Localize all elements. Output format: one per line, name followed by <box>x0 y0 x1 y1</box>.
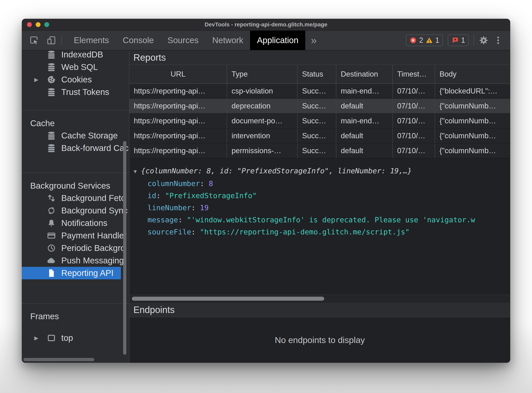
inspect-icon <box>29 36 39 45</box>
toolbar-right: 2 1 1 <box>406 31 510 50</box>
tab-sources[interactable]: Sources <box>161 31 205 50</box>
minimize-window-button[interactable] <box>36 22 40 27</box>
tab-network[interactable]: Network <box>205 31 250 50</box>
window-controls <box>27 19 49 30</box>
sidebar-item-push-messaging[interactable]: Push Messaging <box>22 254 129 267</box>
json-property: sourceFile: "https://reporting-api-demo.… <box>133 226 510 238</box>
tab-elements[interactable]: Elements <box>67 31 116 50</box>
sidebar-divider <box>22 172 129 173</box>
more-tabs-button[interactable]: » <box>305 31 322 50</box>
column-header-body[interactable]: Body <box>435 65 510 84</box>
json-property: columnNumber: 8 <box>133 177 510 190</box>
titlebar: DevTools - reporting-api-demo.glitch.me/… <box>22 19 510 31</box>
payment-card-icon <box>47 231 56 240</box>
column-header-url[interactable]: URL <box>129 65 227 84</box>
sidebar-item-notifications[interactable]: Notifications <box>22 217 129 229</box>
database-icon <box>47 63 56 72</box>
report-body-detail: ▼{columnNumber: 8, id: "PrefixedStorageI… <box>129 158 510 295</box>
error-count: 2 <box>419 36 423 44</box>
endpoints-section-header: Endpoints <box>129 303 510 317</box>
reports-section-header: Reports <box>129 50 510 65</box>
sidebar-item-cache-storage[interactable]: Cache Storage <box>22 129 129 142</box>
window-title: DevTools - reporting-api-demo.glitch.me/… <box>205 21 327 28</box>
expand-triangle-icon[interactable]: ▶ <box>34 335 38 341</box>
toolbar-divider <box>473 35 474 46</box>
json-property: lineNumber: 19 <box>133 202 510 214</box>
issue-count: 1 <box>461 36 465 44</box>
sidebar-divider <box>22 110 129 110</box>
sidebar-item-top-frame[interactable]: ▶ top <box>22 332 129 344</box>
database-icon <box>47 143 56 153</box>
report-row[interactable]: https://reporting-api… permissions-… Suc… <box>129 143 510 158</box>
column-header-status[interactable]: Status <box>298 65 336 84</box>
frame-icon <box>47 333 56 343</box>
device-toolbar-icon <box>47 36 56 45</box>
column-header-destination[interactable]: Destination <box>336 65 393 84</box>
database-icon <box>47 50 56 59</box>
devtools-window: DevTools - reporting-api-demo.glitch.me/… <box>22 19 510 363</box>
application-panel: IndexedDB Web SQL ▶ Cookies <box>22 50 510 363</box>
endpoints-empty-state: No endpoints to display <box>129 317 510 363</box>
toolbar-left-icons <box>22 31 61 50</box>
sidebar-item-background-fetch[interactable]: Background Fetc <box>22 192 129 204</box>
column-header-timestamp[interactable]: Timest… <box>393 65 435 84</box>
column-header-type[interactable]: Type <box>227 65 298 84</box>
sidebar-item-trust-tokens[interactable]: Trust Tokens <box>22 86 129 98</box>
reports-table: URL Type Status Destination Timest… Body… <box>129 65 510 158</box>
background-sync-icon <box>47 206 56 215</box>
report-row[interactable]: https://reporting-api… csp-violation Suc… <box>129 84 510 98</box>
json-object-preview[interactable]: ▼{columnNumber: 8, id: "PrefixedStorageI… <box>133 165 510 177</box>
desktop-background: DevTools - reporting-api-demo.glitch.me/… <box>0 0 532 393</box>
reporting-api-panel: Reports URL Type Status Destination Tim <box>129 50 510 363</box>
tab-application[interactable]: Application <box>250 31 305 50</box>
reports-horizontal-scrollbar[interactable] <box>132 297 324 301</box>
endpoints-title: Endpoints <box>133 304 175 315</box>
reports-horizontal-scrollbar-track <box>129 295 510 303</box>
sidebar-item-background-sync[interactable]: Background Sync <box>22 204 129 217</box>
issues-button[interactable]: 1 <box>448 34 469 46</box>
error-icon <box>410 37 417 44</box>
report-row[interactable]: https://reporting-api… intervention Succ… <box>129 128 510 143</box>
issues-icon <box>451 37 459 44</box>
application-sidebar: IndexedDB Web SQL ▶ Cookies <box>22 50 129 363</box>
background-fetch-icon <box>47 193 56 203</box>
collapse-triangle-icon[interactable]: ▼ <box>133 166 141 177</box>
sidebar-item-payment-handler[interactable]: Payment Handler <box>22 229 129 242</box>
sidebar-divider <box>22 303 129 304</box>
sidebar-item-indexeddb[interactable]: IndexedDB <box>22 50 129 61</box>
sidebar-item-periodic-background-sync[interactable]: Periodic Backgro <box>22 242 129 254</box>
sidebar-item-cookies[interactable]: ▶ Cookies <box>22 73 129 86</box>
bell-icon <box>47 218 56 228</box>
expand-triangle-icon[interactable]: ▶ <box>34 77 38 83</box>
clock-icon <box>47 243 56 253</box>
database-icon <box>47 88 56 97</box>
report-row[interactable]: https://reporting-api… document-po… Succ… <box>129 113 510 128</box>
close-window-button[interactable] <box>27 22 32 27</box>
console-errors-warnings-button[interactable]: 2 1 <box>406 34 443 46</box>
document-icon <box>47 268 56 278</box>
panel-tabs: Elements Console Sources Network Applica… <box>67 31 305 50</box>
devtools-toolbar: Elements Console Sources Network Applica… <box>22 31 510 50</box>
sidebar-section-background-services: Background Services <box>22 180 129 192</box>
reports-title: Reports <box>133 52 166 63</box>
json-property: id: "PrefixedStorageInfo" <box>133 190 510 202</box>
warning-icon <box>426 37 433 44</box>
sidebar-item-web-sql[interactable]: Web SQL <box>22 61 129 73</box>
settings-button[interactable] <box>479 35 488 45</box>
sidebar-item-reporting-api[interactable]: Reporting API <box>22 267 129 279</box>
sidebar-section-cache: Cache <box>22 117 129 129</box>
zoom-window-button[interactable] <box>44 22 49 27</box>
endpoints-empty-message: No endpoints to display <box>275 335 365 345</box>
sidebar-item-back-forward-cache[interactable]: Back-forward Cac <box>22 142 129 154</box>
tab-console[interactable]: Console <box>116 31 161 50</box>
warning-count: 1 <box>435 36 439 44</box>
database-icon <box>47 131 56 140</box>
sidebar-vertical-scrollbar[interactable] <box>123 141 126 355</box>
report-row-selected[interactable]: https://reporting-api… deprecation Succ…… <box>129 98 510 113</box>
main-menu-button[interactable] <box>493 35 503 45</box>
device-toolbar-button[interactable] <box>47 36 56 45</box>
cookie-icon <box>47 75 56 84</box>
sidebar-horizontal-scrollbar[interactable] <box>23 358 94 361</box>
sidebar-section-frames: Frames <box>22 310 129 322</box>
inspect-element-button[interactable] <box>29 36 39 45</box>
